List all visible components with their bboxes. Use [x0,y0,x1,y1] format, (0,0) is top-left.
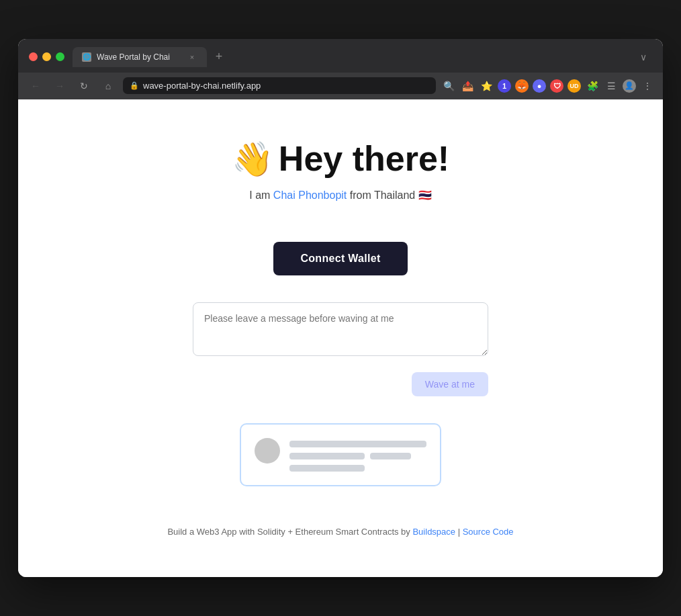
more-icon[interactable]: ⋮ [640,79,655,93]
close-traffic-light[interactable] [29,52,38,61]
home-button[interactable]: ⌂ [99,77,118,95]
author-link[interactable]: Chai Phonbopit [273,189,347,201]
puzzle-icon[interactable]: 🧩 [585,79,600,93]
hero-section: 👋Hey there! I am Chai Phonbopit from Tha… [232,140,449,202]
extension-icon-2[interactable]: ● [533,79,546,93]
extension-icon-ud[interactable]: UD [568,79,581,93]
lock-icon: 🔒 [130,81,139,90]
tab-favicon-icon: 🌐 [82,52,91,62]
wave-emoji: 👋 [232,140,273,178]
browser-window: 🌐 Wave Portal by Chai × + ∨ ← → ↻ ⌂ 🔒 wa… [18,39,663,577]
footer-prefix: Build a Web3 App with Solidity + Ethereu… [167,527,412,537]
browser-titlebar: 🌐 Wave Portal by Chai × + ∨ [18,39,663,73]
toolbar-icons: 🔍 📤 ⭐ 1 🦊 ● 🛡 UD 🧩 ☰ 👤 ⋮ [441,79,655,93]
connect-section: Connect Wallet [273,242,407,275]
bookmark-toolbar-icon[interactable]: ⭐ [479,79,494,93]
address-bar[interactable]: 🔒 wave-portal-by-chai.netlify.app [123,77,436,94]
extension-icon-fox[interactable]: 🦊 [515,79,529,93]
browser-chrome: 🌐 Wave Portal by Chai × + ∨ ← → ↻ ⌂ 🔒 wa… [18,39,663,99]
active-tab[interactable]: 🌐 Wave Portal by Chai × [73,47,207,67]
traffic-lights [29,52,64,61]
maximize-traffic-light[interactable] [56,52,64,61]
subtitle-prefix: I am [249,189,273,201]
connect-wallet-button[interactable]: Connect Wallet [273,242,407,275]
subtitle-suffix: from Thailand 🇹🇭 [347,189,431,201]
browser-toolbar: ← → ↻ ⌂ 🔒 wave-portal-by-chai.netlify.ap… [18,73,663,99]
placeholder-avatar [255,438,280,464]
hero-subtitle: I am Chai Phonbopit from Thailand 🇹🇭 [232,189,449,202]
placeholder-line-1 [289,441,426,447]
tab-bar: 🌐 Wave Portal by Chai × + ∨ [73,47,652,67]
profile-icon[interactable]: 👤 [623,79,636,93]
tab-expand-button[interactable]: ∨ [635,49,652,65]
hero-title: 👋Hey there! [232,140,449,178]
hero-title-text: Hey there! [279,139,449,178]
tab-close-button[interactable]: × [187,52,197,62]
source-code-link[interactable]: Source Code [463,527,514,537]
message-section [193,302,488,359]
message-input[interactable] [193,302,488,356]
wave-button-container: Wave at me [193,372,488,396]
buildspace-link[interactable]: Buildspace [412,527,455,537]
placeholder-sub-lines [289,453,426,459]
footer-separator: | [455,527,463,537]
menu-icon[interactable]: ☰ [604,79,619,93]
extension-icon-1[interactable]: 1 [498,79,511,93]
placeholder-lines [289,438,426,472]
placeholder-line-4 [289,465,365,472]
page-content: 👋Hey there! I am Chai Phonbopit from Tha… [18,99,663,577]
back-button[interactable]: ← [26,77,45,95]
forward-button[interactable]: → [50,77,69,95]
placeholder-line-2 [289,453,365,459]
wave-at-me-button[interactable]: Wave at me [412,372,488,396]
placeholder-line-3 [370,453,411,459]
extension-icon-3[interactable]: 🛡 [550,79,563,93]
new-tab-button[interactable]: + [210,48,228,67]
search-toolbar-icon[interactable]: 🔍 [441,79,456,93]
tab-title-text: Wave Portal by Chai [97,52,181,62]
url-text: wave-portal-by-chai.netlify.app [143,81,429,91]
share-toolbar-icon[interactable]: 📤 [460,79,475,93]
reload-button[interactable]: ↻ [75,77,93,95]
minimize-traffic-light[interactable] [42,52,51,61]
placeholder-card [240,423,441,486]
footer: Build a Web3 App with Solidity + Ethereu… [167,527,513,537]
